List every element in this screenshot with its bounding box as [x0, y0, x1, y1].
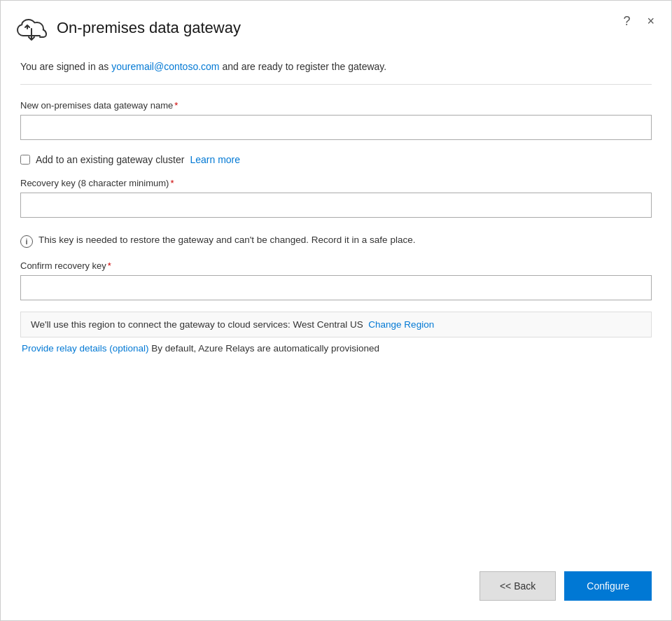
gateway-name-input[interactable]	[20, 115, 652, 140]
recovery-key-required: *	[170, 178, 174, 188]
checkbox-label: Add to an existing gateway cluster	[36, 154, 184, 165]
info-icon: i	[20, 235, 33, 248]
recovery-key-label: Recovery key (8 character minimum)*	[20, 178, 652, 188]
gateway-name-group: New on-premises data gateway name*	[20, 100, 652, 140]
divider	[20, 84, 652, 85]
close-button[interactable]: ×	[644, 13, 657, 29]
header-actions: ? ×	[620, 13, 657, 29]
recovery-key-input[interactable]	[20, 193, 652, 218]
signed-in-message: You are signed in as youremail@contoso.c…	[20, 53, 652, 84]
confirm-key-group: Confirm recovery key*	[20, 260, 652, 300]
configure-button[interactable]: Configure	[564, 571, 652, 601]
region-box: We'll use this region to connect the gat…	[20, 312, 652, 337]
dialog-footer: << Back Configure	[1, 554, 671, 620]
relay-text-suffix: By default, Azure Relays are automatical…	[149, 343, 379, 354]
dialog-container: On-premises data gateway ? × You are sig…	[0, 0, 672, 621]
checkbox-row: Add to an existing gateway cluster Learn…	[20, 154, 652, 165]
learn-more-link[interactable]: Learn more	[190, 154, 240, 165]
signed-in-prefix: You are signed in as	[20, 61, 111, 72]
help-button[interactable]: ?	[620, 13, 633, 29]
confirm-key-input[interactable]	[20, 275, 652, 300]
confirm-key-label: Confirm recovery key*	[20, 260, 652, 271]
signed-in-email: youremail@contoso.com	[111, 61, 219, 72]
recovery-key-info-text: This key is needed to restore the gatewa…	[38, 235, 415, 245]
add-to-cluster-checkbox[interactable]	[20, 155, 30, 165]
back-button[interactable]: << Back	[479, 571, 556, 601]
dialog-title: On-premises data gateway	[57, 19, 241, 37]
change-region-link[interactable]: Change Region	[368, 319, 434, 330]
confirm-key-required: *	[108, 260, 111, 271]
gateway-name-label: New on-premises data gateway name*	[20, 100, 652, 111]
relay-details-link[interactable]: Provide relay details (optional)	[22, 343, 149, 354]
region-text: We'll use this region to connect the gat…	[31, 319, 363, 330]
recovery-key-info-box: i This key is needed to restore the gate…	[20, 235, 652, 248]
dialog-header: On-premises data gateway ? ×	[1, 1, 671, 53]
signed-in-suffix: and are ready to register the gateway.	[220, 61, 387, 72]
cloud-icon	[15, 13, 48, 43]
title-row: On-premises data gateway	[15, 13, 241, 43]
relay-row: Provide relay details (optional) By defa…	[20, 343, 652, 354]
dialog-body: You are signed in as youremail@contoso.c…	[1, 53, 671, 554]
recovery-key-group: Recovery key (8 character minimum)*	[20, 178, 652, 218]
gateway-name-required: *	[174, 100, 178, 111]
